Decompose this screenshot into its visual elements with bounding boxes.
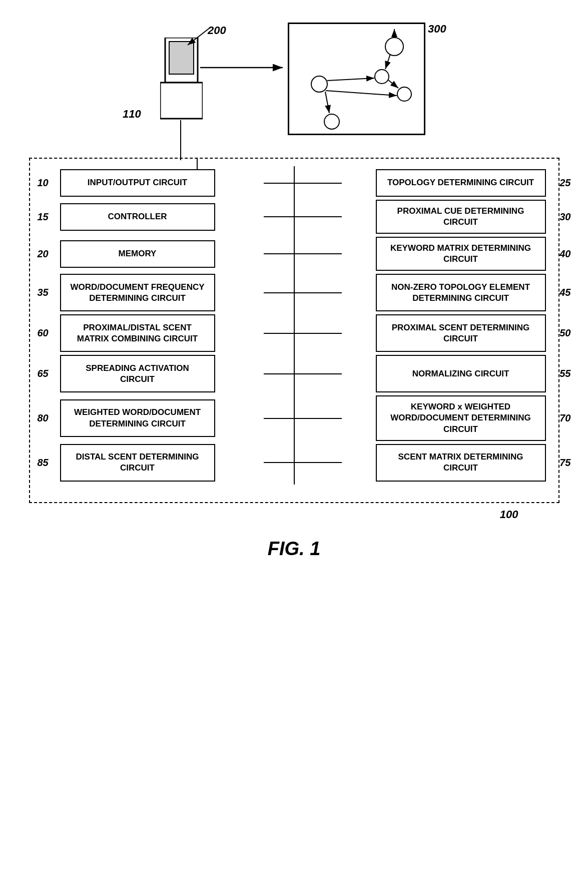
device-illustration: [160, 38, 203, 122]
distal-scent-label: DISTAL SCENT DETERMINING CIRCUIT: [70, 452, 205, 474]
label-100: 100: [500, 508, 518, 521]
main-block: 10 INPUT/OUTPUT CIRCUIT TOPOLOGY DETERMI…: [29, 158, 559, 503]
proximal-distal-scent-box: PROXIMAL/DISTAL SCENT MATRIX COMBINING C…: [60, 314, 215, 352]
svg-point-9: [397, 87, 411, 101]
topology-determining-box: TOPOLOGY DETERMINING CIRCUIT: [376, 169, 546, 197]
label-50: 50: [559, 327, 570, 339]
non-zero-topology-box: NON-ZERO TOPOLOGY ELEMENT DETERMINING CI…: [376, 274, 546, 311]
label-35: 35: [38, 287, 49, 298]
svg-point-8: [375, 70, 389, 84]
keyword-matrix-label: KEYWORD MATRIX DETERMINING CIRCUIT: [386, 243, 536, 265]
proximal-scent-box: PROXIMAL SCENT DETERMINING CIRCUIT: [376, 314, 546, 352]
weighted-word-doc-label: WEIGHTED WORD/DOCUMENT DETERMINING CIRCU…: [70, 407, 205, 429]
proximal-cue-label: PROXIMAL CUE DETERMINING CIRCUIT: [386, 206, 536, 228]
center-connector-1: [264, 183, 341, 184]
svg-line-17: [325, 92, 329, 113]
scent-matrix-box: SCENT MATRIX DETERMINING CIRCUIT: [376, 444, 546, 482]
svg-line-13: [385, 54, 390, 69]
page-container: 110 200: [0, 0, 588, 570]
left-box-wrap-5: PROXIMAL/DISTAL SCENT MATRIX COMBINING C…: [60, 314, 264, 352]
label-30: 30: [559, 211, 570, 223]
row-5: 60 PROXIMAL/DISTAL SCENT MATRIX COMBININ…: [60, 314, 546, 352]
label-200: 200: [208, 24, 226, 37]
keyword-x-weighted-box: KEYWORD x WEIGHTED WORD/DOCUMENT DETERMI…: [376, 395, 546, 440]
right-box-wrap-2: PROXIMAL CUE DETERMINING CIRCUIT: [342, 200, 546, 234]
keyword-matrix-box: KEYWORD MATRIX DETERMINING CIRCUIT: [376, 237, 546, 271]
right-box-wrap-4: NON-ZERO TOPOLOGY ELEMENT DETERMINING CI…: [342, 274, 546, 311]
memory-box: MEMORY: [60, 240, 215, 268]
h-line-6: [264, 373, 341, 374]
device-to-graph-arrow: [200, 55, 290, 80]
label-85: 85: [38, 457, 49, 469]
left-box-wrap-6: SPREADING ACTIVATION CIRCUIT: [60, 355, 264, 392]
h-line-7: [264, 418, 341, 419]
graph-box: [288, 23, 425, 135]
left-box-wrap-2: CONTROLLER: [60, 203, 264, 231]
right-box-wrap-7: KEYWORD x WEIGHTED WORD/DOCUMENT DETERMI…: [342, 395, 546, 440]
figure-caption: FIG. 1: [268, 538, 321, 560]
svg-point-11: [324, 114, 339, 129]
h-line-3: [264, 253, 341, 254]
label-25: 25: [559, 177, 570, 189]
row-6: 65 SPREADING ACTIVATION CIRCUIT NORMALIZ…: [60, 355, 546, 392]
label-300: 300: [428, 23, 446, 36]
row-2: 15 CONTROLLER PROXIMAL CUE DETERMINING C…: [60, 200, 546, 234]
proximal-cue-box: PROXIMAL CUE DETERMINING CIRCUIT: [376, 200, 546, 234]
right-box-wrap-6: NORMALIZING CIRCUIT: [342, 355, 546, 392]
controller-box: CONTROLLER: [60, 203, 215, 231]
label-15: 15: [38, 211, 49, 223]
distal-scent-box: DISTAL SCENT DETERMINING CIRCUIT: [60, 444, 215, 482]
row-1: 10 INPUT/OUTPUT CIRCUIT TOPOLOGY DETERMI…: [60, 169, 546, 197]
proximal-distal-scent-label: PROXIMAL/DISTAL SCENT MATRIX COMBINING C…: [70, 322, 205, 344]
topology-determining-label: TOPOLOGY DETERMINING CIRCUIT: [387, 177, 534, 188]
scent-matrix-label: SCENT MATRIX DETERMINING CIRCUIT: [386, 452, 536, 474]
label-65: 65: [38, 368, 49, 379]
label-55: 55: [559, 368, 570, 379]
row-4: 35 WORD/DOCUMENT FREQUENCY DETERMINING C…: [60, 274, 546, 311]
memory-label: MEMORY: [119, 248, 157, 259]
label-75: 75: [559, 457, 570, 469]
label-110: 110: [123, 108, 141, 121]
label-60: 60: [38, 327, 49, 339]
label-80: 80: [38, 412, 49, 424]
right-box-wrap-8: SCENT MATRIX DETERMINING CIRCUIT: [342, 444, 546, 482]
center-connector-2: [264, 216, 341, 217]
input-output-circuit-label: INPUT/OUTPUT CIRCUIT: [88, 177, 187, 188]
center-connector-6: [264, 373, 341, 374]
left-box-wrap-8: DISTAL SCENT DETERMINING CIRCUIT: [60, 444, 264, 482]
spreading-activation-box: SPREADING ACTIVATION CIRCUIT: [60, 355, 215, 392]
label-10: 10: [38, 177, 49, 189]
svg-line-16: [326, 91, 397, 96]
left-box-wrap-4: WORD/DOCUMENT FREQUENCY DETERMINING CIRC…: [60, 274, 264, 311]
center-connector-8: [264, 462, 341, 463]
svg-rect-2: [160, 83, 203, 119]
device-to-main-vline: [180, 120, 181, 160]
h-line-5: [264, 333, 341, 334]
center-connector-4: [264, 292, 341, 293]
input-output-circuit-box: INPUT/OUTPUT CIRCUIT: [60, 169, 215, 197]
word-doc-freq-box: WORD/DOCUMENT FREQUENCY DETERMINING CIRC…: [60, 274, 215, 311]
row-7: 80 WEIGHTED WORD/DOCUMENT DETERMINING CI…: [60, 395, 546, 440]
right-box-wrap-1: TOPOLOGY DETERMINING CIRCUIT: [342, 169, 546, 197]
center-connector-5: [264, 333, 341, 334]
left-box-wrap-3: MEMORY: [60, 240, 264, 268]
svg-line-15: [327, 78, 374, 81]
controller-label: CONTROLLER: [108, 211, 167, 222]
right-box-wrap-5: PROXIMAL SCENT DETERMINING CIRCUIT: [342, 314, 546, 352]
label-45: 45: [559, 287, 570, 298]
label-70: 70: [559, 412, 570, 424]
top-illustration: 110 200: [30, 10, 558, 150]
svg-rect-1: [169, 42, 194, 74]
h-line-2: [264, 216, 341, 217]
label-20: 20: [38, 248, 49, 260]
row-8: 85 DISTAL SCENT DETERMINING CIRCUIT SCEN…: [60, 444, 546, 482]
label-40: 40: [559, 248, 570, 260]
normalizing-box: NORMALIZING CIRCUIT: [376, 355, 546, 392]
word-doc-freq-label: WORD/DOCUMENT FREQUENCY DETERMINING CIRC…: [70, 282, 205, 304]
h-line-4: [264, 292, 341, 293]
left-box-wrap-7: WEIGHTED WORD/DOCUMENT DETERMINING CIRCU…: [60, 399, 264, 437]
proximal-scent-label: PROXIMAL SCENT DETERMINING CIRCUIT: [386, 322, 536, 344]
h-line-8: [264, 462, 341, 463]
svg-point-10: [311, 76, 327, 92]
keyword-x-weighted-label: KEYWORD x WEIGHTED WORD/DOCUMENT DETERMI…: [386, 401, 536, 434]
